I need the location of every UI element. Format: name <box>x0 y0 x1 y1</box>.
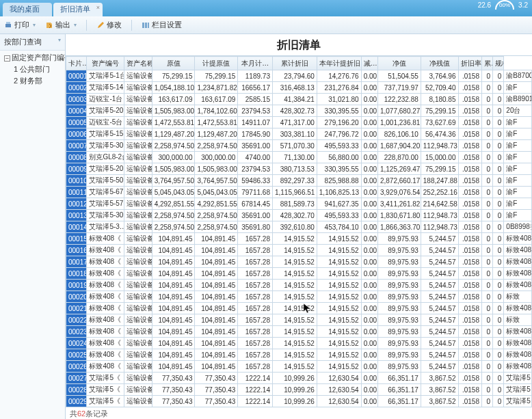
cell: 10,999.26 <box>272 396 317 407</box>
column-header[interactable]: 本年计提折旧 <box>317 57 361 70</box>
cell: .0158 <box>458 117 481 129</box>
column-header[interactable]: 折旧率 单… <box>458 57 481 70</box>
cell: 5,244.57 <box>421 256 458 268</box>
cell: 标致408《 <box>87 233 124 245</box>
table-row[interactable]: 00001艾瑞泽5-1台运输设备75,299.1575,299.151189.7… <box>66 70 532 82</box>
cell: 52,709.40 <box>421 82 458 94</box>
cell: 1657.28 <box>238 268 273 280</box>
cell: 运输设备 <box>124 245 152 256</box>
table-row[interactable]: 00011艾瑞泽5-67台运输设备5,045,043.055,045,043.0… <box>66 187 532 198</box>
cell: 104,891.45 <box>195 291 238 303</box>
close-icon[interactable]: × <box>96 4 100 11</box>
table-row[interactable]: 00019标致408《运输设备104,891.45104,891.451657.… <box>66 280 532 291</box>
cell: 标致408《 <box>87 361 124 373</box>
collapse-icon[interactable]: − <box>4 55 10 62</box>
tab-desktop[interactable]: 我的桌面 <box>3 3 52 16</box>
column-header[interactable]: 本月计… <box>238 57 273 70</box>
column-header[interactable]: 资产名称 <box>124 57 152 70</box>
cell: 0 <box>493 152 504 163</box>
cell: 00019 <box>66 280 87 291</box>
data-grid[interactable]: 卡片…资产编号资产名称原值计提原值本月计…累计折旧本年计提折旧减…净值净残值折旧… <box>66 55 532 407</box>
cell: 标致408《 <box>87 326 124 338</box>
table-row[interactable]: 00007艾瑞泽5-30台运输设备2,258,974.502,258,974.5… <box>66 140 532 152</box>
column-header[interactable]: 卡片… <box>66 57 87 70</box>
table-row[interactable]: 00027艾瑞泽5《运输设备77,350.4377,350.431222.141… <box>66 373 532 384</box>
cell: 16656.17 <box>238 82 273 94</box>
column-header[interactable]: 计提原值 <box>195 57 238 70</box>
table-row[interactable]: 00016标致408《运输设备104,891.45104,891.451657.… <box>66 245 532 256</box>
cell: 0 <box>481 163 492 175</box>
table-row[interactable]: 00026标致408《运输设备104,891.45104,891.451657.… <box>66 361 532 373</box>
table-row[interactable]: 00012艾瑞泽5-57台运输设备4,292,851.554,292,851.5… <box>66 198 532 210</box>
column-header[interactable]: 规格型号 <box>493 57 504 70</box>
table-row[interactable]: 00005迈锐宝-5台运输设备1,472,553.811,472,553.811… <box>66 117 532 129</box>
table-row[interactable]: 00009艾瑞泽5-20台运输设备1,505,983.001,505,983.0… <box>66 163 532 175</box>
table-row[interactable]: 00029艾瑞泽5《运输设备77,350.4377,350.431222.141… <box>66 396 532 407</box>
tree-root[interactable]: −固定资产部门编码目录 <box>1 52 64 64</box>
cell: 104,891.45 <box>195 361 238 373</box>
cell: 5,045,043.05 <box>152 187 195 198</box>
table-row[interactable]: 00014艾瑞泽5-3…运输设备2,258,974.502,258,974.50… <box>66 221 532 233</box>
table-row[interactable]: 00003迈锐宝-1台运输设备163,617.09163,617.092585.… <box>66 94 532 105</box>
cell: 5,244.57 <box>421 303 458 314</box>
table-row[interactable]: 00015标致408《运输设备104,891.45104,891.451657.… <box>66 233 532 245</box>
cell: .0158 <box>458 233 481 245</box>
cell: 0 <box>493 361 504 373</box>
cell: 标致408《 <box>87 245 124 256</box>
column-header[interactable]: 资产编号 <box>87 57 124 70</box>
cell: 252,252.16 <box>421 187 458 198</box>
table-row[interactable]: 00023标致408《运输设备104,891.45104,891.451657.… <box>66 326 532 338</box>
cell: .0158 <box>458 105 481 117</box>
cell: 104,891.45 <box>152 256 195 268</box>
print-button[interactable]: 打印▾ <box>4 20 36 30</box>
column-header[interactable]: 净值 <box>377 57 421 70</box>
cell: 0.00 <box>361 373 377 384</box>
tab-depreciation-list[interactable]: 折旧清单× <box>53 3 103 16</box>
cell: 0.00 <box>361 256 377 268</box>
cell: 104,891.45 <box>195 256 238 268</box>
cell: 1657.28 <box>238 349 273 361</box>
column-header[interactable]: 累计折旧 <box>272 57 317 70</box>
table-row[interactable]: 00017标致408《运输设备104,891.45104,891.451657.… <box>66 256 532 268</box>
cell: 1189.73 <box>238 70 273 82</box>
cell: 5,244.57 <box>421 338 458 349</box>
column-settings-button[interactable]: 栏目设置 <box>142 20 182 30</box>
cell: 00013 <box>66 210 87 221</box>
table-row[interactable]: 00024标致408《运输设备104,891.45104,891.451657.… <box>66 338 532 349</box>
record-count: 共62条记录 <box>66 407 532 419</box>
column-header[interactable]: 累… <box>481 57 492 70</box>
output-button[interactable]: 输出▾ <box>45 20 77 30</box>
cell: 20台 <box>504 105 532 117</box>
cell: 14,915.52 <box>272 361 317 373</box>
cell: 51,504.55 <box>377 70 421 82</box>
cell: 00018 <box>66 268 87 280</box>
table-row[interactable]: 00021标致408《运输设备104,891.45104,891.451657.… <box>66 303 532 314</box>
cell: 75,299.15 <box>421 105 458 117</box>
table-row[interactable]: 00018标致408《运输设备104,891.45104,891.451657.… <box>66 268 532 280</box>
table-row[interactable]: 00025标致408《运输设备104,891.45104,891.451657.… <box>66 349 532 361</box>
table-row[interactable]: 00013艾瑞泽5-30台运输设备2,258,974.502,258,974.5… <box>66 210 532 221</box>
table-row[interactable]: 00006艾瑞泽5-15台运输设备1,129,487.201,129,487.2… <box>66 129 532 140</box>
cell: 0.00 <box>361 163 377 175</box>
column-header[interactable]: 减… <box>361 57 377 70</box>
modify-button[interactable]: 修改 <box>96 20 122 30</box>
table-row[interactable]: 00010艾瑞泽5-50台运输设备3,764,957.503,764,957.5… <box>66 175 532 187</box>
cell: 14,915.52 <box>272 326 317 338</box>
cell: 标致408 <box>504 303 532 314</box>
column-header[interactable]: 净残值 <box>421 57 458 70</box>
table-row[interactable]: 00008别克GL8-2台运输设备300,000.00300,000.00474… <box>66 152 532 163</box>
cell: 0 <box>493 373 504 384</box>
tree-node-finance[interactable]: 2 财务部 <box>1 75 64 87</box>
table-row[interactable]: 00022标致408《运输设备104,891.45104,891.451657.… <box>66 314 532 326</box>
cell: 23,794.60 <box>272 70 317 82</box>
table-row[interactable]: 00002艾瑞泽5-14台运输设备1,054,188.101,234,871.8… <box>66 82 532 94</box>
tree-node-public[interactable]: 1 公共部门 <box>1 64 64 75</box>
table-row[interactable]: 00004艾瑞泽5-20台运输设备1,505,983.001,784,102.6… <box>66 105 532 117</box>
cell: .0158 <box>458 303 481 314</box>
cell: 0 <box>481 338 492 349</box>
table-row[interactable]: 00028艾瑞泽5《运输设备77,350.4377,350.431222.141… <box>66 384 532 396</box>
table-row[interactable]: 00020标致408《运输设备104,891.45104,891.451657.… <box>66 291 532 303</box>
dept-tree[interactable]: −固定资产部门编码目录 1 公共部门 2 财务部 <box>0 51 65 88</box>
column-header[interactable]: 原值 <box>152 57 195 70</box>
cell: 316,468.13 <box>272 82 317 94</box>
